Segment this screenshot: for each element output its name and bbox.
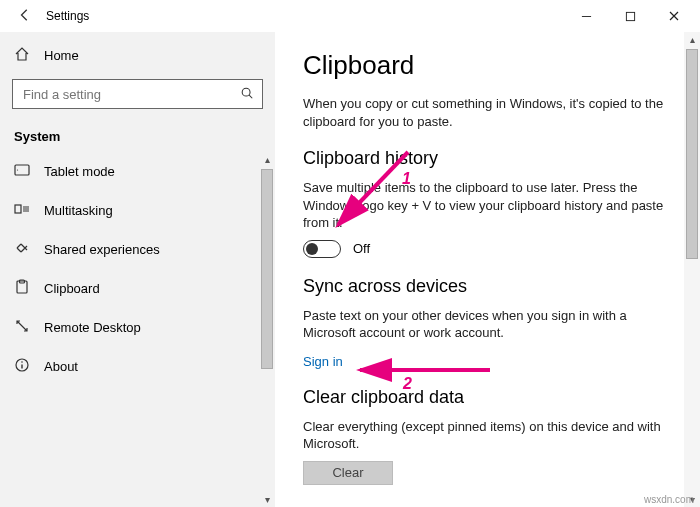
scroll-up-icon[interactable]: ▴: [690, 32, 695, 47]
clear-heading: Clear clipboard data: [303, 387, 674, 408]
signin-link[interactable]: Sign in: [303, 354, 343, 369]
page-title: Clipboard: [303, 50, 674, 81]
sidebar-item-label: Multitasking: [44, 203, 113, 218]
info-icon: [14, 357, 30, 376]
history-text: Save multiple items to the clipboard to …: [303, 179, 673, 232]
sidebar-item-about[interactable]: About: [0, 347, 259, 386]
watermark: wsxdn.com: [644, 494, 694, 505]
sidebar-item-shared-experiences[interactable]: Shared experiences: [0, 230, 259, 269]
sidebar-item-label: About: [44, 359, 78, 374]
clear-button[interactable]: Clear: [303, 461, 393, 485]
sidebar-item-label: Shared experiences: [44, 242, 160, 257]
scroll-thumb[interactable]: [261, 169, 273, 369]
close-button[interactable]: [652, 2, 696, 30]
sidebar-item-multitasking[interactable]: Multitasking: [0, 191, 259, 230]
svg-point-3: [17, 169, 18, 170]
tablet-icon: [14, 162, 30, 181]
sidebar-scrollbar[interactable]: ▴ ▾: [259, 152, 275, 507]
toggle-state-label: Off: [353, 241, 370, 256]
content-scrollbar[interactable]: ▴ ▾: [684, 32, 700, 507]
maximize-button[interactable]: [608, 2, 652, 30]
svg-point-1: [242, 88, 250, 96]
multitask-icon: [14, 201, 30, 220]
remote-icon: [14, 318, 30, 337]
history-heading: Clipboard history: [303, 148, 674, 169]
search-box[interactable]: [12, 79, 263, 109]
sync-text: Paste text on your other devices when yo…: [303, 307, 673, 342]
share-icon: [14, 240, 30, 259]
clipboard-icon: [14, 279, 30, 298]
back-button[interactable]: [4, 6, 44, 27]
home-icon: [14, 46, 30, 65]
intro-text: When you copy or cut something in Window…: [303, 95, 673, 130]
search-icon: [240, 86, 254, 103]
home-label: Home: [44, 48, 79, 63]
sidebar-item-clipboard[interactable]: Clipboard: [0, 269, 259, 308]
svg-point-8: [21, 361, 23, 363]
svg-rect-4: [15, 205, 21, 213]
nav-list: Tablet mode Multitasking Shared experien…: [0, 152, 275, 507]
sidebar-item-label: Remote Desktop: [44, 320, 141, 335]
home-nav[interactable]: Home: [0, 38, 275, 73]
content-pane: Clipboard When you copy or cut something…: [275, 32, 700, 507]
scroll-thumb[interactable]: [686, 49, 698, 259]
minimize-button[interactable]: [564, 2, 608, 30]
scroll-up-icon[interactable]: ▴: [265, 152, 270, 167]
clear-text: Clear everything (except pinned items) o…: [303, 418, 673, 453]
svg-rect-0: [626, 12, 634, 20]
window-title: Settings: [44, 9, 89, 23]
sidebar-item-tablet-mode[interactable]: Tablet mode: [0, 152, 259, 191]
sidebar: Home System Tablet mode: [0, 32, 275, 507]
search-input[interactable]: [21, 86, 240, 103]
sidebar-item-remote-desktop[interactable]: Remote Desktop: [0, 308, 259, 347]
toggle-knob: [306, 243, 318, 255]
sidebar-item-label: Clipboard: [44, 281, 100, 296]
sync-heading: Sync across devices: [303, 276, 674, 297]
history-toggle[interactable]: [303, 240, 341, 258]
scroll-down-icon[interactable]: ▾: [265, 492, 270, 507]
sidebar-item-label: Tablet mode: [44, 164, 115, 179]
section-system: System: [0, 117, 275, 152]
titlebar: Settings: [0, 0, 700, 32]
